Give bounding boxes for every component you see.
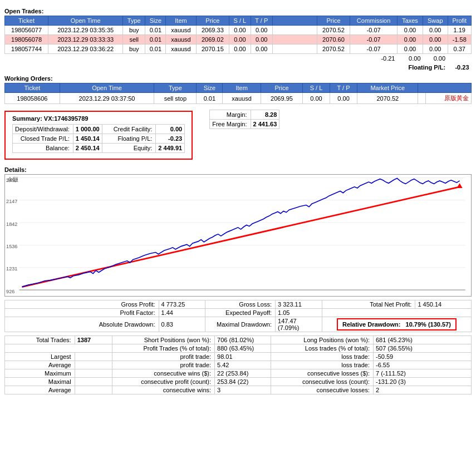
totals-row: -0.21 0.00 0.00 [5, 54, 472, 63]
stats-table-1: Gross Profit: 4 773.25 Gross Loss: 3 323… [4, 300, 472, 332]
wo-size: 0.01 [197, 93, 223, 104]
working-orders-title: Working Orders: [4, 75, 472, 82]
summary-id: VX:1746395789 [44, 115, 89, 122]
deposit-value: 1 000.00 [73, 125, 102, 134]
cell-price: 2069.33 [196, 26, 229, 35]
cell-open-time: 2023.12.29 03:35:35 [48, 26, 123, 35]
summary-section: Summary: VX:1746395789 Deposit/Withdrawa… [4, 107, 472, 163]
avg-wins-label: consecutive wins: [112, 386, 214, 394]
col-open-time: Open Time [48, 16, 123, 26]
cell-type: sell [123, 35, 145, 45]
relative-drawdown-value: 10.79% (130.57) [406, 321, 451, 328]
cell-empty [272, 26, 317, 35]
cell-size: 0.01 [145, 35, 166, 45]
expected-payoff-value: 1.05 [276, 309, 322, 317]
cell-ticket: 198056077 [5, 26, 48, 35]
expected-payoff-label: Expected Payoff: [205, 309, 276, 317]
cell-price: 2069.02 [196, 35, 229, 45]
cell-tp: 0.00 [251, 45, 272, 54]
total-trades-label: Total Trades: [5, 336, 75, 344]
loss-trades-value: 507 (36.55%) [373, 344, 471, 353]
cell-sl: 0.00 [229, 45, 251, 54]
wo-col-size: Size [197, 83, 223, 93]
max-wins-value: 22 (253.84) [215, 369, 271, 378]
col-price: Price [196, 16, 229, 26]
wo-col-ticket: Ticket [5, 83, 60, 93]
cell-swap: 0.00 [423, 26, 448, 35]
summary-title: Summary: VX:1746395789 [12, 115, 185, 122]
maximal-loss-label: consecutive loss (count): [271, 378, 373, 386]
loss-trades-label: Loss trades (% of total): [271, 344, 373, 353]
cell-commission: -0.07 [350, 26, 398, 35]
cell-tp: 0.00 [251, 35, 272, 45]
floating-pl-value: -0.23 [156, 134, 185, 144]
cell-profit: 0.37 [448, 45, 471, 54]
cell-type: buy [123, 45, 145, 54]
largest-profit-value: 98.01 [215, 353, 271, 361]
floating-value: -0.23 [448, 63, 471, 72]
col-taxes: Taxes [397, 16, 423, 26]
wo-type: sell stop [154, 93, 197, 104]
svg-text:1536: 1536 [6, 243, 17, 249]
svg-text:2147: 2147 [6, 198, 17, 204]
relative-drawdown-box: Relative Drawdown: 10.79% (130.57) [337, 318, 457, 330]
avg-losses-label: consecutive losses: [271, 386, 373, 394]
max-wins-label: consecutive wins ($): [112, 369, 214, 378]
open-trades-title: Open Trades: [4, 8, 472, 14]
floating-label: Floating P/L: [350, 63, 448, 72]
cell-swap: 0.00 [423, 35, 448, 45]
largest-loss-label: loss trade: [271, 353, 373, 361]
cell-item: xauusd [166, 45, 196, 54]
max-losses-value: 7 (-111.52) [373, 369, 471, 378]
open-trades-section: Open Trades: Ticket Open Time Type Size … [4, 8, 472, 72]
relative-drawdown-label: Relative Drawdown: [342, 321, 401, 328]
chart-svg: 926 1231 1536 1842 2147 2452 [5, 175, 471, 296]
margin-label: Margin: [210, 110, 251, 120]
total-commission: -0.21 [350, 54, 398, 63]
cell-size: 0.01 [145, 26, 166, 35]
margin-panel: Margin: 8.28 Free Margin: 2 441.63 [209, 110, 279, 131]
profit-trades-label: Profit Trades (% of total): [112, 344, 214, 353]
cell-profit: 1.19 [448, 26, 471, 35]
cell-swap: 0.00 [423, 45, 448, 54]
avg-profit-label: profit trade: [112, 361, 214, 369]
col-price2: Price [317, 16, 350, 26]
largest-profit-label: profit trade: [112, 353, 214, 361]
wo-col-price: Price [261, 83, 302, 93]
details-section: Details: 余額 926 1231 1536 1842 2147 2452 [4, 166, 472, 394]
maximum-label: Maximum [5, 369, 75, 378]
summary-table: Deposit/Withdrawal: 1 000.00 Credit Faci… [12, 124, 185, 153]
col-commission: Commission [350, 16, 398, 26]
largest-loss-value: -50.59 [373, 353, 471, 361]
cell-type: buy [123, 26, 145, 35]
credit-label: Credit Facility: [102, 125, 156, 134]
col-tp: T / P [251, 16, 272, 26]
floating-row: Floating P/L: -0.23 [5, 63, 472, 72]
average-cons-label: Average [5, 386, 75, 394]
cell-price: 2070.15 [196, 45, 229, 54]
avg-loss-label: loss trade: [271, 361, 373, 369]
cell-sl: 0.00 [229, 26, 251, 35]
profit-trades-value: 880 (63.45%) [215, 344, 271, 353]
maximal-profit-value: 253.84 (22) [215, 378, 271, 386]
wo-col-sl: S / L [303, 83, 330, 93]
table-row: 198057744 2023.12.29 03:36:22 buy 0.01 x… [5, 45, 472, 54]
free-margin-label: Free Margin: [210, 120, 251, 129]
cell-commission: -0.07 [350, 45, 398, 54]
cell-sl: 0.00 [229, 35, 251, 45]
largest-label: Largest [5, 353, 75, 361]
balance-label: Balance: [13, 144, 73, 153]
margin-value: 8.28 [251, 110, 279, 120]
wo-col-empty [418, 83, 472, 93]
col-swap: Swap [423, 16, 448, 26]
svg-text:1842: 1842 [6, 220, 17, 226]
max-losses-label: consecutive losses ($): [271, 369, 373, 378]
col-ticket: Ticket [5, 16, 48, 26]
svg-text:926: 926 [6, 288, 14, 294]
x-axis-labels: 0651221802372953534104685255836406987568… [5, 296, 471, 297]
wo-price: 2069.95 [261, 93, 302, 104]
col-empty [272, 16, 317, 26]
wo-col-item: Item [223, 83, 261, 93]
cell-size: 0.01 [145, 45, 166, 54]
deposit-label: Deposit/Withdrawal: [13, 125, 73, 134]
